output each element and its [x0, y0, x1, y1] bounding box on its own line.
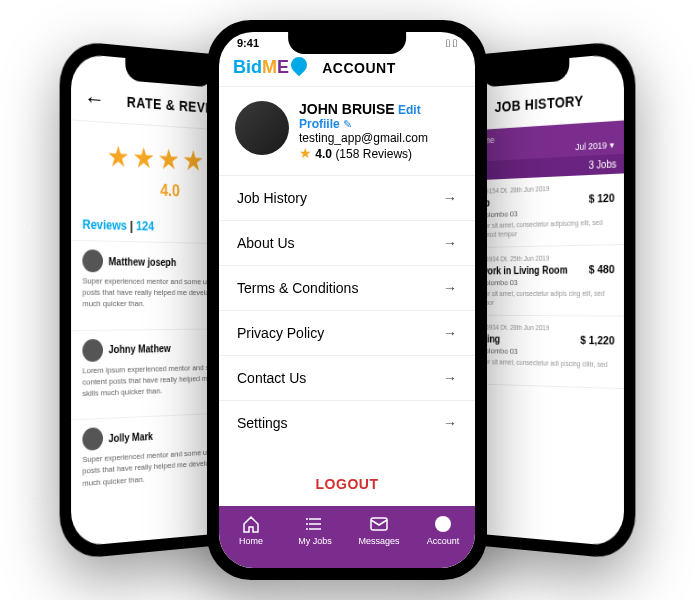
profile-section: JOHN BRUISE Edit Profiile ✎ testing_app@… [219, 87, 475, 175]
nav-label: Home [219, 536, 283, 546]
nav-icon [241, 514, 261, 534]
svg-point-2 [306, 528, 308, 530]
svg-rect-3 [371, 518, 387, 530]
status-icons: 􀙇 􀛨 [446, 37, 457, 49]
date-to-dropdown[interactable]: Jul 2019▾ [575, 140, 614, 152]
menu-item-label: Contact Us [237, 370, 306, 386]
pencil-icon[interactable]: ✎ [343, 118, 352, 130]
menu-item-label: About Us [237, 235, 295, 251]
job-price: $ 1,220 [580, 334, 614, 347]
nav-icon [305, 514, 325, 534]
menu-item-settings[interactable]: Settings→ [219, 400, 475, 445]
menu-item-label: Privacy Policy [237, 325, 324, 341]
profile-rating: 4.0 [315, 147, 332, 161]
menu-item-terms-conditions[interactable]: Terms & Conditions→ [219, 265, 475, 310]
notch [288, 32, 406, 54]
back-icon[interactable]: ← [84, 85, 105, 113]
job-price: $ 480 [589, 263, 615, 276]
reviewer-avatar [82, 427, 103, 451]
page-title: JOB HISTORY [470, 90, 611, 117]
reviewer-avatar [82, 339, 103, 362]
profile-email: testing_app@gmail.com [299, 131, 459, 145]
menu-item-privacy-policy[interactable]: Privacy Policy→ [219, 310, 475, 355]
brand-logo: BidME [233, 57, 307, 78]
menu-item-contact-us[interactable]: Contact Us→ [219, 355, 475, 400]
logout-button[interactable]: LOGOUT [219, 462, 475, 506]
nav-home[interactable]: Home [219, 506, 283, 568]
star-icon: ★ [299, 145, 312, 161]
arrow-right-icon: → [443, 370, 457, 386]
arrow-right-icon: → [443, 325, 457, 341]
nav-icon [369, 514, 389, 534]
svg-point-0 [306, 518, 308, 520]
nav-my-jobs[interactable]: My Jobs [283, 506, 347, 568]
menu-item-job-history[interactable]: Job History→ [219, 175, 475, 220]
nav-account[interactable]: Account [411, 506, 475, 568]
nav-icon [433, 514, 453, 534]
job-price: $ 120 [589, 191, 615, 204]
phone-account: 9:41 􀙇 􀛨 BidME ACCOUNT JOHN BRUISE Edit … [207, 20, 487, 580]
arrow-right-icon: → [443, 235, 457, 251]
svg-point-5 [439, 520, 447, 528]
avatar[interactable] [235, 101, 289, 155]
chevron-down-icon: ▾ [610, 140, 615, 151]
arrow-right-icon: → [443, 415, 457, 431]
bottom-nav: HomeMy JobsMessagesAccount [219, 506, 475, 568]
profile-name: JOHN BRUISE [299, 101, 395, 117]
nav-label: My Jobs [283, 536, 347, 546]
arrow-right-icon: → [443, 190, 457, 206]
nav-label: Messages [347, 536, 411, 546]
menu-item-label: Settings [237, 415, 288, 431]
menu-item-label: Terms & Conditions [237, 280, 358, 296]
reviewer-name: Matthew joseph [109, 255, 217, 268]
menu-item-label: Job History [237, 190, 307, 206]
profile-review-count: (158 Reviews) [335, 147, 412, 161]
reviewer-name: Jolly Mark [109, 427, 217, 444]
nav-messages[interactable]: Messages [347, 506, 411, 568]
menu-item-about-us[interactable]: About Us→ [219, 220, 475, 265]
nav-label: Account [411, 536, 475, 546]
status-time: 9:41 [237, 37, 259, 49]
reviewer-avatar [82, 249, 103, 272]
page-title: ACCOUNT [307, 60, 411, 76]
arrow-right-icon: → [443, 280, 457, 296]
svg-point-1 [306, 523, 308, 525]
reviewer-name: Johny Mathew [109, 342, 217, 355]
